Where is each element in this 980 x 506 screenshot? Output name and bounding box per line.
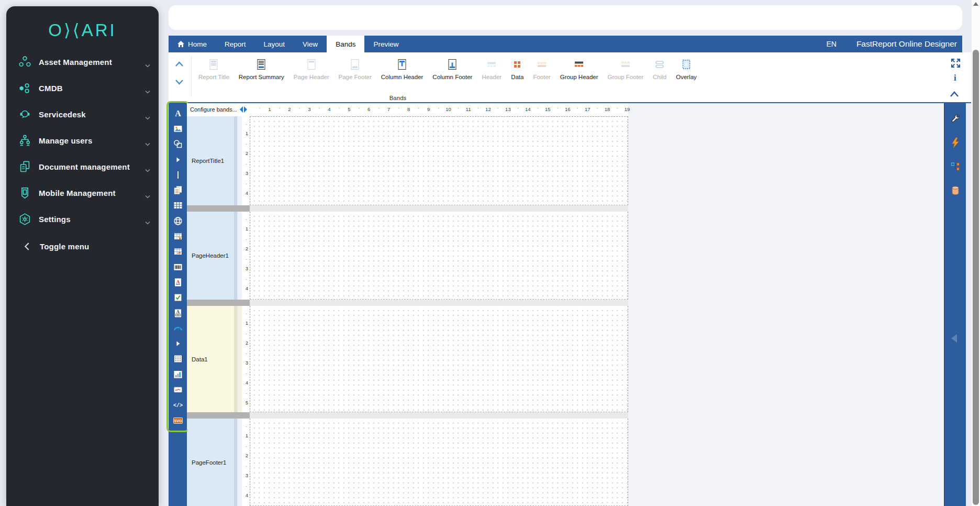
toggle-menu-button[interactable]: Toggle menu	[6, 233, 159, 259]
band-resize-handle[interactable]	[187, 205, 628, 212]
tab-label: Layout	[264, 40, 285, 48]
text-tool[interactable]: A	[169, 106, 187, 121]
chevron-down-icon	[145, 191, 150, 201]
chart-tool[interactable]	[169, 367, 187, 382]
svg-tool[interactable]: SVG	[169, 413, 187, 428]
signature-tool[interactable]	[169, 382, 187, 397]
band-canvas[interactable]	[250, 116, 628, 205]
report-summary-icon	[239, 57, 284, 72]
overlay-band-button[interactable]: Overlay	[671, 54, 701, 80]
sidebar-item-label: CMDB	[39, 84, 63, 93]
tab-report[interactable]: Report	[216, 36, 255, 52]
html-tool[interactable]: </>	[169, 398, 187, 413]
column-header-band-button[interactable]: Column Header	[376, 54, 428, 80]
sidebar-item-servicedesk[interactable]: Servicedesk	[6, 101, 159, 127]
cmdb-icon	[17, 80, 32, 96]
splitter-arrows-icon[interactable]	[239, 106, 248, 115]
band-canvas[interactable]	[250, 306, 628, 412]
structure-icon[interactable]	[945, 155, 966, 179]
sidebar-item-label: Settings	[39, 215, 71, 224]
band-resize-handle[interactable]	[187, 412, 628, 419]
wrench-icon[interactable]	[945, 106, 966, 130]
gauge-tool[interactable]	[169, 321, 187, 336]
matrix-tool[interactable]	[169, 228, 187, 244]
group-header-band-button[interactable]: Group Header	[555, 54, 603, 80]
tab-view[interactable]: View	[294, 36, 327, 52]
tab-home[interactable]: Home	[169, 36, 216, 52]
map-tool[interactable]	[169, 213, 187, 228]
column-header-icon	[381, 57, 424, 72]
scrollbar-thumb[interactable]	[973, 50, 979, 505]
users-icon	[17, 133, 32, 148]
ribbon-button-label: Report Summary	[239, 74, 284, 80]
ribbon-scroll-up-icon[interactable]	[175, 60, 184, 69]
sidebar-item-mobile-management[interactable]: Mobile Management	[6, 180, 159, 206]
band-strip	[238, 419, 242, 506]
tab-strip: Home Report Layout View Bands Preview	[169, 36, 407, 52]
sidebar-item-manage-users[interactable]: Manage users	[6, 127, 159, 153]
configure-bands-button[interactable]: Configure bands...	[190, 106, 237, 113]
report-title-band-button[interactable]: Report Title	[194, 54, 234, 80]
child-band-button[interactable]: Child	[648, 54, 671, 80]
shapes-tool[interactable]	[169, 137, 187, 152]
group-footer-band-button[interactable]: Group Footer	[603, 54, 648, 80]
horizontal-ruler: Configure bands... ·1·2·3·4·5·6·7·8·9·10…	[187, 103, 628, 116]
sidebar-item-asset-management[interactable]: Asset Management	[6, 49, 159, 75]
band-canvas[interactable]	[250, 419, 628, 506]
language-selector[interactable]: EN	[826, 40, 836, 48]
sidebar-item-document-management[interactable]: Document management	[6, 153, 159, 180]
tab-layout[interactable]: Layout	[255, 36, 294, 52]
checkbox-tool[interactable]	[169, 290, 187, 305]
band-header[interactable]: PageHeader1	[187, 212, 234, 300]
vertical-scrollbar[interactable]	[971, 0, 980, 506]
page-footer-band-button[interactable]: Page Footer	[334, 54, 376, 80]
gauge-flyout-tool[interactable]	[169, 336, 187, 351]
child-icon	[653, 57, 666, 72]
info-icon[interactable]: i	[954, 73, 956, 83]
picture-tool[interactable]	[169, 121, 187, 136]
header-band-button[interactable]: Header	[477, 54, 506, 80]
sidebar-item-settings[interactable]: Settings	[6, 206, 159, 232]
band-resize-handle[interactable]	[187, 300, 628, 306]
rich-text-tool[interactable]: A	[169, 274, 187, 290]
sidebar-item-cmdb[interactable]: CMDB	[6, 75, 159, 101]
band-row-pageheader1: PageHeader1 ·1·2·3·4	[187, 212, 628, 300]
designer-title: FastReport Online Designer	[856, 39, 957, 49]
cellular-text-tool[interactable]: A	[169, 305, 187, 321]
shapes-flyout-tool[interactable]	[169, 152, 187, 167]
vertical-ruler: ·1·2·3·4	[242, 116, 250, 205]
ribbon-scroll-down-icon[interactable]	[175, 78, 184, 87]
band-strip	[238, 212, 242, 300]
band-header[interactable]: Data1	[187, 306, 234, 412]
crossview-tool[interactable]	[169, 244, 187, 259]
servicedesk-icon	[17, 106, 32, 122]
chevron-down-icon	[145, 113, 150, 122]
panel-collapse-left-icon[interactable]	[950, 333, 958, 346]
report-summary-band-button[interactable]: Report Summary	[234, 54, 289, 80]
table-tool[interactable]	[169, 198, 187, 213]
tab-preview[interactable]: Preview	[364, 36, 407, 52]
band-header[interactable]: PageFooter1	[187, 419, 234, 506]
footer-band-button[interactable]: Footer	[528, 54, 555, 80]
data-band-button[interactable]: Data	[506, 54, 528, 80]
fullscreen-icon[interactable]	[950, 58, 961, 71]
database-icon[interactable]	[945, 179, 966, 203]
workspace-background	[628, 103, 944, 506]
page-header-band-button[interactable]: Page Header	[289, 54, 334, 80]
barcode-tool[interactable]	[169, 259, 187, 274]
tab-label: Preview	[373, 40, 398, 48]
band-header[interactable]: ReportTitle1	[187, 116, 234, 205]
panel-collapse-up-icon[interactable]	[949, 90, 960, 100]
ribbon-bands: Report Title Report Summary Page Header …	[169, 52, 971, 103]
right-tools	[945, 103, 966, 203]
scroll-up-arrow[interactable]	[973, 2, 978, 6]
column-footer-band-button[interactable]: Column Footer	[428, 54, 477, 80]
line-tool[interactable]	[169, 167, 187, 182]
lightning-icon[interactable]	[945, 130, 966, 155]
band-canvas[interactable]	[250, 212, 628, 300]
tab-bands[interactable]: Bands	[327, 36, 364, 52]
subreport-tool[interactable]	[169, 182, 187, 197]
ribbon-button-label: Footer	[533, 74, 550, 80]
dot-matrix-tool[interactable]	[169, 351, 187, 367]
assets-icon	[17, 54, 32, 70]
